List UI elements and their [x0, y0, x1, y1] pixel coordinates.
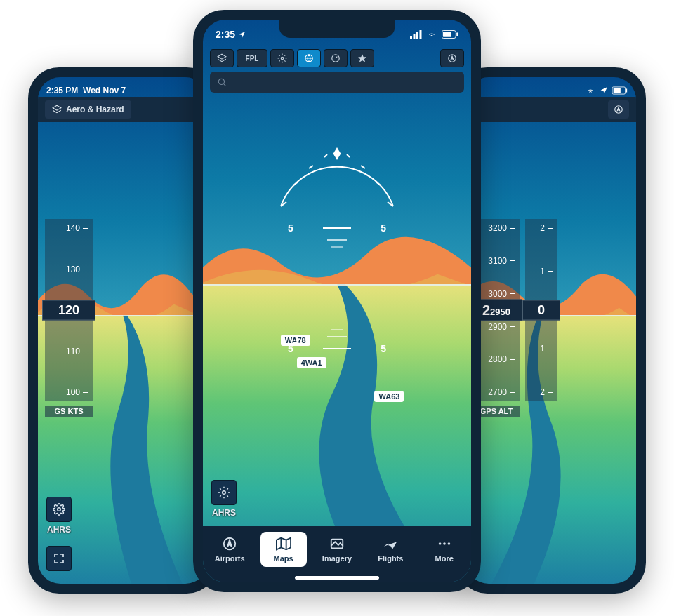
svg-point-15 — [281, 57, 284, 60]
svg-marker-6 — [617, 107, 620, 111]
ahrs-label: AHRS — [212, 508, 236, 518]
svg-rect-10 — [420, 30, 422, 39]
synthetic-vision-button[interactable] — [297, 49, 321, 67]
svg-point-42 — [447, 542, 450, 545]
wifi-icon — [586, 86, 595, 95]
svg-marker-0 — [53, 105, 61, 110]
svg-rect-9 — [416, 32, 418, 39]
home-indicator[interactable] — [295, 576, 379, 580]
svg-rect-3 — [614, 88, 621, 93]
bottom-nav: Airports Maps Imagery Flights More — [203, 526, 471, 582]
svg-marker-14 — [218, 54, 226, 59]
compass-button[interactable] — [440, 49, 464, 67]
tablet-toolbar-right — [466, 97, 636, 122]
tape-tick: 1 — [529, 344, 553, 354]
clock: 2:35 PM — [46, 86, 78, 95]
plane-icon — [381, 536, 399, 551]
favorites-button[interactable] — [350, 49, 374, 67]
waypoint-marker[interactable]: 4WA1 — [297, 357, 326, 368]
compass-button[interactable] — [608, 100, 629, 119]
svg-rect-4 — [626, 88, 627, 92]
ahrs-control: AHRS — [46, 497, 72, 535]
date: Wed Nov 7 — [83, 86, 126, 95]
tape-tick: 3200 — [477, 223, 515, 233]
clock: 2:35 — [216, 29, 235, 40]
location-icon — [238, 31, 246, 39]
battery-icon — [612, 86, 628, 95]
fpl-button[interactable]: FPL — [237, 49, 267, 67]
tape-tick: 3100 — [477, 256, 515, 266]
tablet-toolbar: Aero & Hazard — [38, 97, 208, 122]
waypoint-marker[interactable]: WA78 — [281, 335, 310, 346]
svg-point-41 — [443, 542, 446, 545]
image-icon — [328, 536, 346, 551]
vsi-tape: 2 1 1 2 0 — [525, 219, 557, 401]
wifi-icon — [426, 30, 437, 39]
screen-center: 2:35 FPL — [203, 20, 471, 582]
settings-button[interactable] — [270, 49, 294, 67]
tape-tick: 2900 — [477, 322, 515, 332]
waypoint-marker[interactable]: WA63 — [374, 391, 404, 402]
map-icon — [275, 536, 293, 551]
nav-more[interactable]: More — [421, 532, 468, 567]
svg-rect-7 — [410, 36, 412, 39]
tablet-left: 2:35 PM Wed Nov 7 Aero & Hazard 140 130 … — [28, 67, 218, 594]
nav-maps[interactable]: Maps — [260, 532, 307, 567]
search-bar[interactable] — [210, 72, 464, 93]
airspeed-tape: 140 130 120 110 100 120 GS KTS — [45, 219, 93, 401]
svg-marker-35 — [227, 540, 232, 547]
tape-tick: 2 — [529, 387, 553, 397]
notch — [279, 20, 395, 38]
svg-point-21 — [218, 79, 224, 84]
svg-point-40 — [439, 542, 442, 545]
gauge-button[interactable] — [324, 49, 348, 67]
nav-flights[interactable]: Flights — [367, 532, 414, 567]
svg-marker-18 — [358, 54, 366, 62]
airspeed-current: 120 — [42, 300, 95, 321]
svg-marker-36 — [276, 538, 290, 550]
ahrs-settings-button[interactable] — [211, 480, 237, 505]
ahrs-control: AHRS — [211, 480, 237, 518]
layers-button[interactable]: Aero & Hazard — [45, 100, 131, 119]
tape-tick: 2800 — [477, 354, 515, 364]
toolbar: FPL — [203, 46, 471, 70]
svg-point-1 — [58, 508, 61, 511]
nav-imagery[interactable]: Imagery — [314, 532, 360, 567]
tape-tick: 110 — [49, 347, 88, 356]
tape-tick: 1 — [529, 267, 553, 276]
svg-rect-8 — [414, 34, 416, 39]
vsi-current: 0 — [522, 300, 560, 321]
compass-icon — [220, 536, 239, 551]
location-icon — [600, 86, 608, 95]
tape-tick: 3000 — [477, 289, 515, 299]
svg-point-33 — [223, 491, 226, 495]
ahrs-settings-button[interactable] — [46, 497, 72, 522]
phone-center: 2:35 FPL — [193, 10, 481, 592]
svg-rect-12 — [443, 32, 451, 36]
signal-icon — [410, 30, 422, 39]
svg-marker-20 — [451, 56, 454, 60]
nav-airports[interactable]: Airports — [206, 532, 253, 567]
tape-tick: 140 — [49, 223, 88, 233]
search-icon — [217, 77, 227, 87]
svg-rect-13 — [456, 32, 458, 36]
ahrs-label: AHRS — [47, 525, 71, 535]
tape-tick: 2700 — [477, 387, 515, 397]
search-input[interactable] — [232, 77, 457, 88]
screen-right: 3200 3100 3000 2900 2800 2700 22950 GPS … — [466, 77, 636, 584]
svg-line-22 — [224, 84, 226, 86]
layers-button[interactable] — [210, 49, 234, 67]
fullscreen-button[interactable] — [46, 546, 72, 571]
tape-tick: 100 — [49, 387, 88, 397]
more-icon — [435, 536, 454, 551]
tablet-right: 3200 3100 3000 2900 2800 2700 22950 GPS … — [456, 67, 646, 594]
tape-tick: 130 — [49, 265, 88, 274]
tape-tick: 2 — [529, 223, 553, 233]
screen-left: 2:35 PM Wed Nov 7 Aero & Hazard 140 130 … — [38, 77, 208, 584]
airspeed-label: GS KTS — [45, 406, 93, 417]
battery-icon — [442, 30, 458, 39]
